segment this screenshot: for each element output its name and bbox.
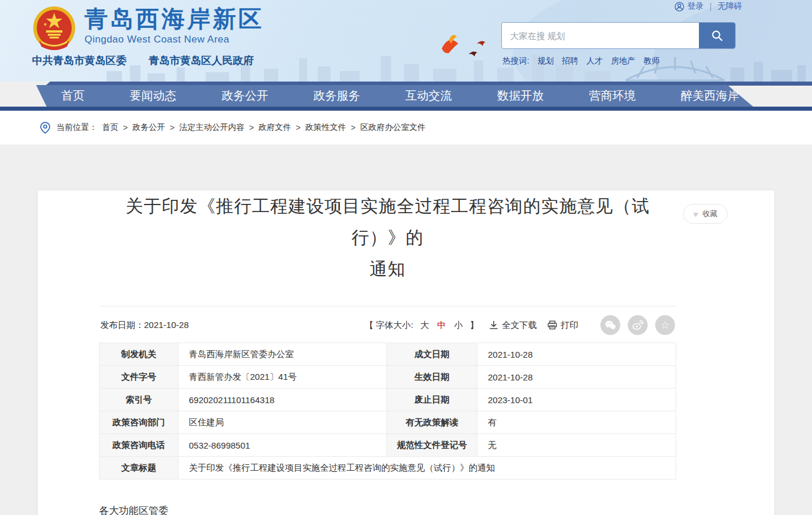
- search-input[interactable]: [502, 23, 699, 48]
- body-paragraph: 各大功能区管委: [99, 499, 676, 515]
- article-toolbar: 【 字体大小: 大 中 小 】 全文下载 打印: [365, 315, 675, 335]
- meta-value: 0532-86998501: [178, 434, 387, 457]
- nav-item-interaction[interactable]: 互动交流: [405, 88, 452, 104]
- font-size-medium-button[interactable]: 中: [436, 320, 447, 331]
- table-row: 政策咨询部门 区住建局 有无政策解读 有: [100, 411, 676, 434]
- nav-links: 首页 要闻动态 政务公开 政务服务 互动交流 数据开放 营商环境 醉美西海岸: [61, 85, 739, 107]
- weibo-icon: [632, 320, 644, 330]
- login-label: 登录: [687, 1, 704, 12]
- font-size-prefix: 【 字体大小:: [365, 320, 413, 331]
- table-row: 文件字号 青西新管办发〔2021〕41号 生效日期 2021-10-28: [100, 366, 676, 389]
- document-body: 各大功能区管委 各镇人民政府，各街道办事处，灵山岛省级自然保护区管委，管委各部门…: [99, 499, 676, 515]
- site-names: 青岛西海岸新区 Qingdao West Coast New Area: [85, 6, 264, 45]
- meta-value: 区住建局: [178, 411, 387, 434]
- accessibility-link[interactable]: 无障碍: [718, 1, 742, 12]
- breadcrumb-separator: >: [170, 123, 174, 132]
- org-party-committee: 中共青岛市黄岛区委: [32, 54, 126, 68]
- heart-icon: ♥: [693, 210, 698, 218]
- utility-bar: 登录 | 无障碍: [674, 0, 742, 13]
- favorite-label: 收藏: [702, 209, 718, 219]
- user-icon: [674, 2, 684, 12]
- nav-item-news[interactable]: 要闻动态: [130, 88, 177, 104]
- font-size-suffix: 】: [470, 320, 479, 331]
- meta-label: 政策咨询部门: [100, 411, 178, 434]
- national-emblem-icon: [32, 6, 76, 54]
- breadcrumb-separator: >: [123, 123, 128, 132]
- hot-word[interactable]: 招聘: [562, 56, 578, 66]
- meta-value: 青岛西海岸新区管委办公室: [178, 343, 387, 366]
- share-icons-group: ☆: [600, 315, 675, 335]
- breadcrumb-separator: >: [351, 123, 356, 132]
- article-card: ♥ 收藏 关于印发《推行工程建设项目实施全过程工程咨询的实施意见（试行）》的 通…: [38, 191, 774, 515]
- meta-label: 废止日期: [387, 389, 477, 411]
- search-button[interactable]: [699, 23, 735, 48]
- meta-label: 规范性文件登记号: [387, 434, 477, 457]
- search-box: [501, 22, 736, 49]
- meta-value: 有: [477, 411, 676, 434]
- accessibility-label: 无障碍: [718, 1, 742, 12]
- site-banner: 登录 | 无障碍 青岛西海岸新区 Qingdao West Coast New …: [0, 0, 812, 82]
- nav-item-gov-services[interactable]: 政务服务: [314, 88, 360, 104]
- publish-toolbar-row: 发布日期： 2021-10-28 【 字体大小: 大 中 小 】 全文下载: [99, 306, 676, 343]
- star-icon: ☆: [660, 320, 670, 330]
- publish-date-value: 2021-10-28: [144, 320, 189, 331]
- publish-date-label: 发布日期：: [100, 320, 144, 331]
- breadcrumb-label: 当前位置：: [57, 122, 97, 133]
- meta-label: 制发机关: [100, 343, 178, 366]
- meta-value: 青西新管办发〔2021〕41号: [178, 366, 387, 389]
- publish-date-block: 发布日期： 2021-10-28: [100, 320, 189, 331]
- nav-item-business-env[interactable]: 营商环境: [589, 88, 635, 104]
- meta-value: 2021-10-28: [477, 343, 676, 366]
- meta-value: 无: [477, 434, 676, 457]
- hot-word[interactable]: 规划: [537, 56, 554, 66]
- breadcrumb-district-office-documents[interactable]: 区政府办公室文件: [360, 122, 426, 133]
- meta-label: 文章标题: [100, 457, 178, 479]
- nav-item-open-data[interactable]: 数据开放: [497, 88, 544, 104]
- document-meta-table: 制发机关 青岛西海岸新区管委办公室 成文日期 2021-10-28 文件字号 青…: [99, 343, 676, 479]
- table-row: 索引号 692020211101164318 废止日期 2023-10-01: [100, 389, 676, 411]
- breadcrumb-statutory-disclosure[interactable]: 法定主动公开内容: [179, 122, 244, 133]
- hot-word[interactable]: 房地产: [611, 56, 635, 66]
- nav-bottom-strip: [0, 107, 812, 111]
- nav-item-gov-affairs[interactable]: 政务公开: [222, 88, 268, 104]
- site-title-english: Qingdao West Coast New Area: [85, 34, 264, 45]
- wechat-share-button[interactable]: [600, 315, 620, 335]
- breadcrumb-separator: >: [249, 123, 254, 132]
- download-label: 全文下载: [502, 320, 537, 331]
- meta-label: 文件字号: [100, 366, 178, 389]
- site-logo-area[interactable]: 青岛西海岸新区 Qingdao West Coast New Area: [32, 6, 264, 54]
- favorite-star-share-button[interactable]: ☆: [655, 315, 675, 335]
- download-button[interactable]: 全文下载: [489, 320, 537, 331]
- wechat-icon: [604, 320, 616, 330]
- meta-value: 692020211101164318: [178, 389, 387, 411]
- main-navigation: 首页 要闻动态 政务公开 政务服务 互动交流 数据开放 营商环境 醉美西海岸: [0, 82, 812, 111]
- meta-label: 政策咨询电话: [100, 434, 178, 457]
- font-size-small-button[interactable]: 小: [453, 320, 464, 331]
- page-body: ♥ 收藏 关于印发《推行工程建设项目实施全过程工程咨询的实施意见（试行）》的 通…: [0, 144, 812, 515]
- hot-word[interactable]: 教师: [644, 56, 660, 66]
- font-size-large-button[interactable]: 大: [419, 320, 430, 331]
- print-icon: [547, 320, 557, 330]
- hot-search-label: 热搜词:: [502, 56, 529, 66]
- hot-search-row: 热搜词: 规划 招聘 人才 房地产 教师: [502, 56, 660, 66]
- print-button[interactable]: 打印: [547, 320, 578, 331]
- nav-item-scenic-west-coast[interactable]: 醉美西海岸: [681, 88, 739, 104]
- login-link[interactable]: 登录: [674, 1, 704, 12]
- weibo-share-button[interactable]: [628, 315, 648, 335]
- hot-word[interactable]: 人才: [586, 56, 603, 66]
- site-title: 青岛西海岸新区: [85, 6, 264, 31]
- meta-label: 生效日期: [387, 366, 477, 389]
- nav-item-home[interactable]: 首页: [61, 88, 85, 104]
- breadcrumb: 当前位置： 首页 > 政务公开 > 法定主动公开内容 > 政府文件 > 政策性文…: [0, 111, 812, 144]
- breadcrumb-home[interactable]: 首页: [102, 122, 118, 133]
- breadcrumb-gov-documents[interactable]: 政府文件: [259, 122, 291, 133]
- favorite-button[interactable]: ♥ 收藏: [683, 204, 727, 224]
- breadcrumb-policy-documents[interactable]: 政策性文件: [305, 122, 346, 133]
- topbar-divider: |: [709, 2, 712, 11]
- download-icon: [489, 320, 498, 330]
- breadcrumb-gov-affairs[interactable]: 政务公开: [132, 122, 165, 133]
- birds-decoration: [431, 26, 501, 67]
- org-names: 中共青岛市黄岛区委 青岛市黄岛区人民政府: [32, 54, 254, 68]
- print-label: 打印: [561, 320, 578, 331]
- meta-label: 成文日期: [387, 343, 477, 366]
